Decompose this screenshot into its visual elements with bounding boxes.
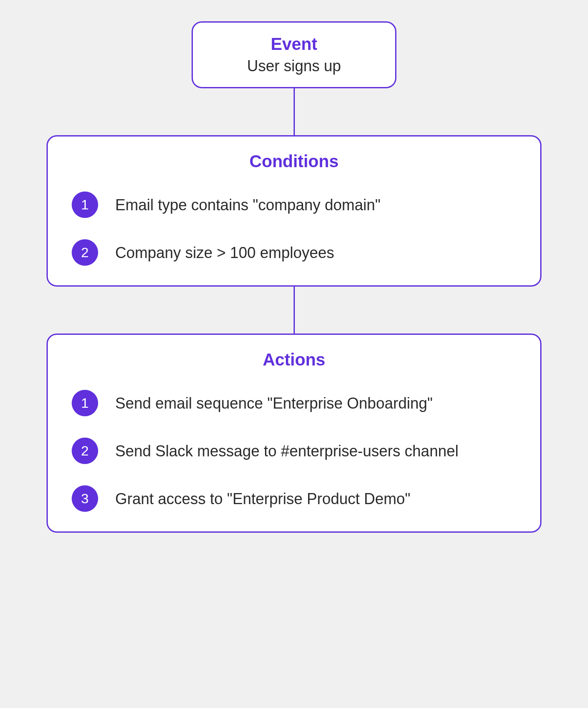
event-subtitle: User signs up: [213, 57, 375, 75]
connector-line: [294, 287, 295, 334]
action-number-badge: 3: [72, 485, 98, 512]
action-number-badge: 2: [72, 438, 98, 464]
condition-number-badge: 1: [72, 192, 98, 218]
condition-number-badge: 2: [72, 239, 98, 266]
action-text: Send Slack message to #enterprise-users …: [115, 437, 458, 462]
actions-title: Actions: [72, 350, 516, 369]
connector-line: [294, 88, 295, 135]
conditions-node: Conditions 1 Email type contains "compan…: [47, 135, 541, 287]
event-node: Event User signs up: [192, 21, 396, 88]
condition-item: 1 Email type contains "company domain": [72, 191, 516, 218]
action-number-badge: 1: [72, 390, 98, 416]
condition-text: Company size > 100 employees: [115, 238, 334, 264]
action-item: 3 Grant access to "Enterprise Product De…: [72, 485, 516, 512]
conditions-title: Conditions: [72, 152, 516, 171]
action-item: 2 Send Slack message to #enterprise-user…: [72, 437, 516, 464]
condition-item: 2 Company size > 100 employees: [72, 238, 516, 266]
action-text: Send email sequence "Enterprise Onboardi…: [115, 389, 433, 415]
condition-text: Email type contains "company domain": [115, 191, 381, 216]
action-item: 1 Send email sequence "Enterprise Onboar…: [72, 389, 516, 416]
event-title: Event: [213, 35, 375, 54]
action-text: Grant access to "Enterprise Product Demo…: [115, 485, 410, 510]
actions-node: Actions 1 Send email sequence "Enterpris…: [47, 334, 541, 533]
